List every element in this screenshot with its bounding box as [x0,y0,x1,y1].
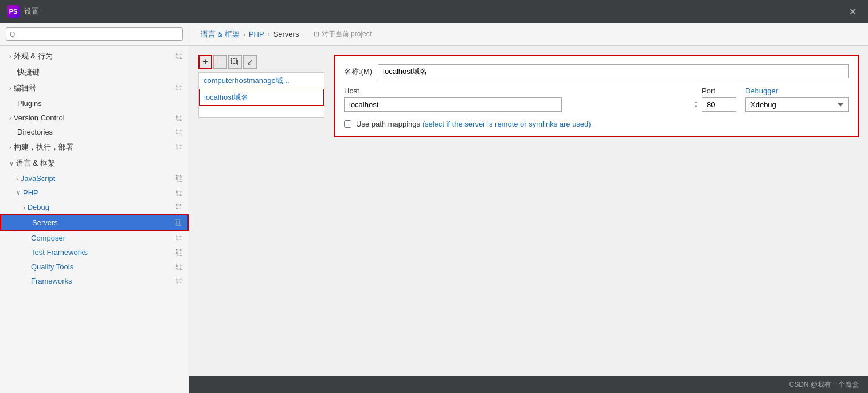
sidebar-item-test-frameworks[interactable]: Test Frameworks ⿻ [0,245,189,260]
status-text: CSDN @我有一个魔盒 [789,380,859,390]
copy-icon: ⿻ [176,114,183,122]
debugger-select[interactable]: Xdebug Zend Debugger [745,97,849,112]
name-label: 名称:(M) [344,66,372,77]
sidebar-item-label: Version Control [14,113,174,122]
colon-separator: : [695,99,697,108]
copy-icon: ⿻ [176,52,183,60]
content-area: Q › 外观 & 行为 ⿻ 快捷键 › 编辑器 [0,23,868,393]
sidebar-item-editor[interactable]: › 编辑器 ⿻ [0,80,189,96]
copy-server-button[interactable]: ⿻ [228,55,242,69]
add-server-button[interactable]: + [198,55,212,69]
remove-server-button[interactable]: − [213,55,227,69]
sidebar-item-debug[interactable]: › Debug ⿻ [0,200,189,214]
host-row: Host : Port Debugger [344,87,849,112]
project-link[interactable]: ⊡ 对于当前 project [314,29,372,39]
breadcrumb-lang[interactable]: 语言 & 框架 [201,29,240,40]
copy-icon: ⿻ [176,203,183,211]
main-content: + − ⿻ ↙ computerhostmanage域... localhost… [189,46,868,376]
app-logo: PS [7,5,19,18]
breadcrumb-sep2: › [268,30,270,38]
sidebar-item-label: Plugins [9,99,183,108]
search-input-wrap[interactable]: Q [6,27,183,41]
copy-icon: ⿻ [176,128,183,136]
host-label: Host [344,87,690,95]
path-mapping-row: Use path mappings (select if the server … [344,120,849,128]
sidebar-item-composer[interactable]: Composer ⿻ [0,231,189,245]
sidebar-item-label: PHP [23,188,174,197]
sidebar-item-build[interactable]: › 构建，执行，部署 ⿻ [0,139,189,155]
sidebar-item-label: 构建，执行，部署 [14,142,174,152]
title-bar: PS 设置 ✕ [0,0,868,23]
sidebar-item-label: Directories [9,128,174,136]
sidebar-item-label: 快捷键 [9,67,183,77]
sidebar-item-label: Quality Tools [23,262,174,271]
main-area: 语言 & 框架 › PHP › Servers ⊡ 对于当前 project S… [189,23,868,393]
breadcrumb-php[interactable]: PHP [249,30,264,38]
expand-arrow: › [16,175,18,182]
close-button[interactable]: ✕ [844,4,861,19]
search-bar: Q [0,23,189,46]
sidebar-item-label: Servers [24,218,173,227]
expand-arrow: › [9,115,11,121]
breadcrumb-bar: 语言 & 框架 › PHP › Servers ⊡ 对于当前 project [189,23,868,46]
search-input[interactable] [17,30,179,38]
sidebar-item-label: 编辑器 [14,83,174,93]
sidebar-item-servers[interactable]: Servers ⿻ [0,214,189,231]
sidebar-list: › 外观 & 行为 ⿻ 快捷键 › 编辑器 ⿻ Plugins [0,46,189,393]
copy-icon: ⿻ [176,84,183,92]
port-input[interactable] [702,97,736,112]
sidebar-item-label: Frameworks [23,277,174,285]
sidebar-item-plugins[interactable]: Plugins [0,96,189,111]
sidebar-item-javascript[interactable]: › JavaScript ⿻ [0,171,189,186]
expand-arrow: › [23,204,25,211]
copy-icon: ⿻ [176,234,183,242]
status-bar: CSDN @我有一个魔盒 [189,376,868,393]
server-item-computerhostmanage[interactable]: computerhostmanage域... [199,73,324,89]
sidebar-item-lang-framework[interactable]: ∨ 语言 & 框架 [0,155,189,171]
sidebar-item-label: JavaScript [21,174,174,183]
sidebar-item-label: 语言 & 框架 [16,158,183,168]
config-form: 名称:(M) Host : Po [334,55,859,137]
sidebar-item-label: 外观 & 行为 [14,51,174,61]
window-title: 设置 [24,6,39,17]
sidebar-item-label: Test Frameworks [23,248,174,257]
copy-icon: ⿻ [175,219,182,227]
name-input[interactable] [378,64,849,78]
port-group: Port [702,87,736,112]
sidebar-item-directories[interactable]: Directories ⿻ [0,125,189,139]
copy-icon: ⿻ [176,277,183,285]
expand-arrow: ∨ [9,160,14,167]
sidebar-item-appearance[interactable]: › 外观 & 行为 ⿻ [0,48,189,64]
server-panel: + − ⿻ ↙ computerhostmanage域... localhost… [198,55,859,137]
server-toolbar: + − ⿻ ↙ [198,55,324,69]
expand-arrow: › [9,85,11,92]
name-row: 名称:(M) [344,64,849,78]
expand-arrow: › [9,144,11,151]
server-item-localhost[interactable]: localhost域名 [199,89,324,106]
move-server-button[interactable]: ↙ [243,55,257,69]
title-bar-left: PS 设置 [7,5,39,18]
breadcrumb-sep1: › [243,30,245,38]
sidebar-item-label: Debug [28,203,174,211]
breadcrumb-servers: Servers [273,30,299,38]
debugger-group: Debugger Xdebug Zend Debugger [745,87,849,112]
sidebar-item-version-control[interactable]: › Version Control ⿻ [0,111,189,125]
host-group: Host [344,87,690,112]
expand-arrow: ∨ [16,189,21,196]
copy-icon: ⿻ [176,189,183,197]
settings-window: PS 设置 ✕ Q › 外观 & 行为 ⿻ 快 [0,0,868,393]
copy-icon: ⿻ [176,263,183,271]
sidebar-item-quality-tools[interactable]: Quality Tools ⿻ [0,260,189,274]
copy-icon: ⿻ [176,175,183,183]
sidebar-item-php[interactable]: ∨ PHP ⿻ [0,186,189,200]
path-mapping-checkbox[interactable] [344,120,351,128]
port-label: Port [702,87,736,95]
host-input[interactable] [344,97,562,112]
server-items: computerhostmanage域... localhost域名 [198,72,324,118]
search-icon: Q [10,30,15,38]
sidebar-item-shortcuts[interactable]: 快捷键 [0,64,189,80]
expand-arrow: › [9,53,11,60]
sidebar-item-frameworks[interactable]: Frameworks ⿻ [0,274,189,288]
copy-icon: ⿻ [176,143,183,151]
path-mapping-link[interactable]: (select if the server is remote or symli… [423,120,591,128]
